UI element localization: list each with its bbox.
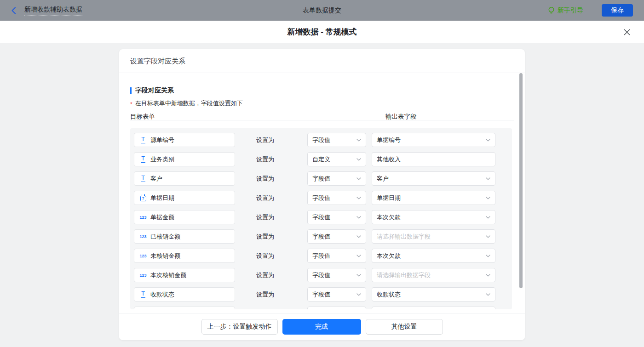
chevron-down-icon [486, 293, 490, 296]
output-value: 单据日期 [377, 194, 401, 202]
mode-select[interactable]: 字段值 [307, 210, 366, 224]
text-field-icon: T [141, 175, 145, 182]
section-hint: 在目标表单中新增数据，字段值设置如下 [135, 99, 243, 108]
mapping-row-partial [134, 307, 508, 309]
text-field-icon: T [141, 291, 145, 298]
output-value: 收款状态 [377, 290, 401, 299]
chevron-down-icon [356, 158, 361, 161]
guide-button[interactable]: 新手引导 [548, 6, 583, 15]
target-field-box: 123 单据金额 [134, 210, 235, 224]
output-select[interactable]: 请选择输出数据字段 [372, 229, 495, 244]
target-field-label: 客户 [150, 175, 162, 183]
set-as-label: 设置为 [256, 136, 276, 144]
target-field-label: 业务类别 [150, 155, 174, 164]
chevron-down-icon [486, 139, 490, 142]
output-placeholder: 请选择输出数据字段 [377, 233, 431, 241]
chevron-left-icon [11, 7, 16, 14]
mode-select[interactable] [307, 307, 366, 309]
output-placeholder: 请选择输出数据字段 [377, 271, 431, 279]
scrollbar-thumb[interactable] [519, 73, 523, 288]
mode-value: 字段值 [312, 233, 330, 241]
chevron-down-icon [486, 177, 490, 180]
output-select[interactable]: 请选择输出数据字段 [372, 268, 495, 282]
output-input[interactable] [372, 152, 495, 166]
target-field-box: 123 未核销金额 [134, 249, 235, 263]
date-glyph: 7 [142, 196, 144, 201]
prev-step-button[interactable]: 上一步：设置触发动作 [201, 319, 278, 335]
save-button[interactable]: 保存 [602, 4, 633, 17]
modal-title: 新增数据 - 常规模式 [287, 27, 356, 37]
done-button[interactable]: 完成 [282, 319, 361, 335]
workflow-name[interactable]: 新增收款辅助表数据 [24, 6, 82, 16]
back-button[interactable] [11, 7, 16, 14]
mode-select[interactable]: 自定义 [307, 152, 366, 166]
mode-value: 自定义 [312, 155, 330, 164]
mapping-row: T 源单编号 设置为 字段值 单据编号 [134, 133, 508, 147]
set-as-label: 设置为 [256, 290, 276, 299]
target-field-box: T 客户 [134, 171, 235, 186]
chevron-down-icon [356, 274, 361, 277]
output-select[interactable] [372, 307, 495, 309]
mode-value: 字段值 [312, 213, 330, 222]
chevron-down-icon [356, 255, 361, 257]
mapping-row: 123 单据金额 设置为 字段值 本次欠款 [134, 210, 508, 224]
target-field-label: 收款状态 [150, 290, 174, 299]
chevron-down-icon [356, 216, 361, 219]
icon-wrap: 7 [138, 195, 148, 201]
chevron-down-icon [356, 197, 361, 199]
icon-wrap: 123 [138, 234, 148, 239]
mode-value: 字段值 [312, 271, 330, 279]
chevron-down-icon [486, 235, 490, 238]
mode-value: 字段值 [312, 175, 330, 183]
chevron-down-icon [486, 255, 490, 257]
column-header-output: 输出表字段 [385, 113, 417, 121]
output-select[interactable]: 收款状态 [372, 287, 495, 301]
output-select[interactable]: 本次欠款 [372, 210, 495, 224]
number-field-icon: 123 [139, 234, 146, 239]
page-title: 表单数据提交 [0, 6, 644, 15]
card-footer: 上一步：设置触发动作 完成 其他设置 [119, 313, 525, 340]
required-mark: * [130, 101, 132, 108]
output-select[interactable]: 单据编号 [372, 133, 495, 147]
mode-select[interactable]: 字段值 [307, 191, 366, 205]
mapping-row: 123 未核销金额 设置为 字段值 本次欠款 [134, 249, 508, 263]
set-as-label: 设置为 [256, 271, 276, 279]
icon-wrap: T [138, 137, 148, 143]
output-select[interactable]: 本次欠款 [372, 249, 495, 263]
mode-select[interactable]: 字段值 [307, 171, 366, 186]
set-as-label: 设置为 [256, 175, 276, 183]
icon-wrap: T [138, 156, 148, 163]
mode-select[interactable]: 字段值 [307, 287, 366, 301]
output-select[interactable]: 客户 [372, 171, 495, 186]
mode-select[interactable]: 字段值 [307, 229, 366, 244]
topbar-left: 新增收款辅助表数据 [11, 6, 82, 16]
number-field-icon: 123 [139, 273, 146, 278]
target-field-box: T 业务类别 [134, 152, 235, 166]
mapping-row: T 客户 设置为 字段值 客户 [134, 171, 508, 186]
output-value: 本次欠款 [377, 213, 401, 222]
card-title: 设置字段对应关系 [119, 49, 525, 73]
column-headers: 目标表单 输出表字段 [130, 113, 514, 120]
target-field-label: 源单编号 [150, 136, 174, 144]
mode-select[interactable]: 字段值 [307, 249, 366, 263]
other-settings-button[interactable]: 其他设置 [366, 319, 443, 335]
topbar: 新增收款辅助表数据 表单数据提交 新手引导 保存 [0, 0, 644, 21]
mode-select[interactable]: 字段值 [307, 268, 366, 282]
mapping-row: 7 单据日期 设置为 字段值 单据日期 [134, 191, 508, 205]
mode-select[interactable]: 字段值 [307, 133, 366, 147]
section-title-row: 字段对应关系 [130, 86, 514, 95]
guide-label: 新手引导 [558, 6, 583, 15]
output-value: 单据编号 [377, 136, 401, 144]
set-as-label: 设置为 [256, 233, 276, 241]
close-button[interactable] [621, 26, 633, 38]
mapping-row: 123 已核销金额 设置为 字段值 请选择输出数据字段 [134, 229, 508, 244]
set-as-label: 设置为 [256, 155, 276, 164]
modal-header: 新增数据 - 常规模式 [0, 21, 644, 43]
close-icon [623, 28, 631, 36]
target-field-label: 已核销金额 [150, 233, 180, 241]
icon-wrap: T [138, 175, 148, 182]
rows-panel: T 源单编号 设置为 字段值 单据编号 T 业务类别 [130, 128, 512, 309]
output-select[interactable]: 单据日期 [372, 191, 495, 205]
mapping-row: T 收款状态 设置为 字段值 收款状态 [134, 287, 508, 301]
icon-wrap: T [138, 291, 148, 298]
